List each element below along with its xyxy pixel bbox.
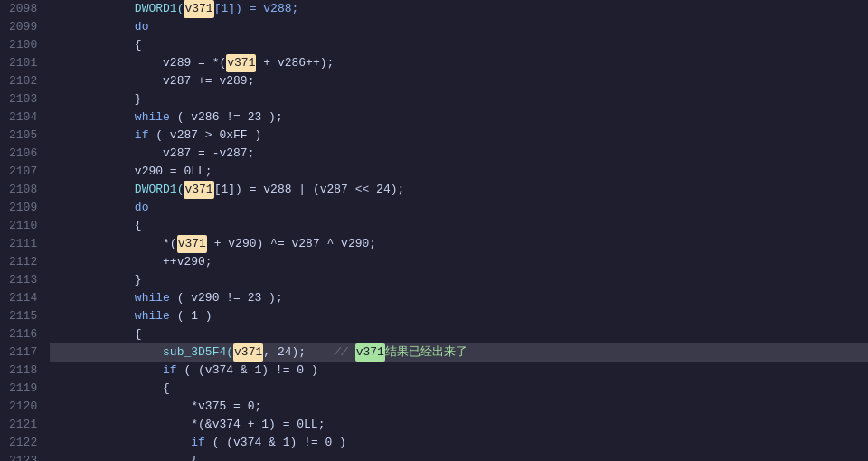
spacer <box>306 343 334 362</box>
code-token: v289 = *( <box>163 54 226 72</box>
line-number: 2099 <box>9 18 37 36</box>
line-number: 2108 <box>9 181 37 199</box>
line-number: 2101 <box>9 54 37 72</box>
function-call: sub_3D5F4( <box>163 343 233 362</box>
code-line: ++v290; <box>50 253 868 271</box>
function-call: DWORD1( <box>135 0 184 18</box>
code-token: *(&v374 + 1) = 0LL; <box>191 416 325 434</box>
line-number: 2112 <box>9 253 37 271</box>
highlighted-variable: v371 <box>233 343 263 362</box>
code-token: ++v290; <box>163 253 212 271</box>
code-token: [1]) = v288 | (v287 << 24); <box>214 181 405 199</box>
code-token: *v375 = 0; <box>191 398 261 416</box>
line-number: 2103 <box>9 90 37 108</box>
line-number: 2114 <box>9 289 37 307</box>
line-number: 2098 <box>9 0 37 18</box>
keyword: do <box>135 18 149 36</box>
highlighted-variable: v371 <box>184 181 213 199</box>
code-line: v290 = 0LL; <box>50 163 868 181</box>
line-number: 2117 <box>9 343 37 362</box>
code-token: } <box>135 271 142 289</box>
code-token: *( <box>163 235 177 253</box>
code-content: DWORD1(v371[1]) = v288; do { v289 = *(v3… <box>46 0 868 461</box>
line-number: 2122 <box>9 434 37 452</box>
line-number: 2123 <box>9 452 37 461</box>
line-numbers: 2098209921002101210221032104210521062107… <box>0 0 46 461</box>
code-line: { <box>50 36 868 54</box>
code-token: ( v286 != 23 ); <box>170 108 283 127</box>
line-number: 2113 <box>9 271 37 289</box>
code-line: v289 = *(v371 + v286++); <box>50 54 868 72</box>
code-line: v287 += v289; <box>50 72 868 90</box>
code-token: v290 = 0LL; <box>135 163 212 181</box>
keyword: while <box>135 289 170 307</box>
code-token: { <box>163 380 170 398</box>
code-line: } <box>50 271 868 289</box>
code-token: { <box>135 325 142 343</box>
line-number: 2107 <box>9 163 37 181</box>
keyword: if <box>191 434 205 452</box>
line-number: 2115 <box>9 307 37 325</box>
code-line: do <box>50 18 868 36</box>
code-line: *(&v374 + 1) = 0LL; <box>50 416 868 434</box>
code-viewer: 2098209921002101210221032104210521062107… <box>0 0 868 461</box>
code-token: { <box>191 452 198 461</box>
code-token: { <box>135 217 142 235</box>
keyword: while <box>135 307 170 325</box>
code-line: DWORD1(v371[1]) = v288 | (v287 << 24); <box>50 181 868 199</box>
code-line: } <box>50 90 868 108</box>
line-number: 2121 <box>9 416 37 434</box>
keyword: while <box>135 108 170 127</box>
code-line: if ( v287 > 0xFF ) <box>50 127 868 145</box>
keyword: do <box>135 199 149 217</box>
line-number: 2106 <box>9 145 37 163</box>
code-line: while ( 1 ) <box>50 307 868 325</box>
line-number: 2116 <box>9 325 37 343</box>
code-token: ( v290 != 23 ); <box>170 289 283 307</box>
code-token: ( v287 > 0xFF ) <box>148 127 261 145</box>
highlighted-variable: v371 <box>184 0 213 18</box>
code-line: { <box>50 217 868 235</box>
code-line: sub_3D5F4(v371, 24); // v371结果已经出来了 <box>50 343 868 362</box>
comment: // <box>334 343 354 362</box>
line-number: 2100 <box>9 36 37 54</box>
line-number: 2109 <box>9 199 37 217</box>
code-token: } <box>135 90 142 108</box>
code-line: *(v371 + v290) ^= v287 ^ v290; <box>50 235 868 253</box>
code-token: v287 += v289; <box>163 72 254 90</box>
code-line: if ( (v374 & 1) != 0 ) <box>50 434 868 452</box>
code-line: while ( v290 != 23 ); <box>50 289 868 307</box>
code-line: { <box>50 325 868 343</box>
code-line: do <box>50 199 868 217</box>
code-token: ( (v374 & 1) != 0 ) <box>205 434 346 452</box>
highlighted-variable-green: v371 <box>355 343 385 362</box>
highlighted-variable: v371 <box>177 235 207 253</box>
line-number: 2118 <box>9 362 37 380</box>
line-number: 2105 <box>9 127 37 145</box>
line-number: 2120 <box>9 398 37 416</box>
keyword: if <box>163 362 177 380</box>
code-line: *v375 = 0; <box>50 398 868 416</box>
code-line: { <box>50 452 868 461</box>
code-token: ( 1 ) <box>170 307 212 325</box>
line-number: 2104 <box>9 108 37 127</box>
code-line: DWORD1(v371[1]) = v288; <box>50 0 868 18</box>
highlighted-variable: v371 <box>226 54 256 72</box>
code-line: v287 = -v287; <box>50 145 868 163</box>
code-token: v287 = -v287; <box>163 145 254 163</box>
keyword: [1]) = v288; <box>214 0 299 18</box>
code-line: if ( (v374 & 1) != 0 ) <box>50 362 868 380</box>
code-line: { <box>50 380 868 398</box>
comment-text: 结果已经出来了 <box>385 343 467 362</box>
line-number: 2111 <box>9 235 37 253</box>
code-line: while ( v286 != 23 ); <box>50 108 868 127</box>
code-token: + v286++); <box>256 54 334 72</box>
code-token: ( (v374 & 1) != 0 ) <box>177 362 318 380</box>
line-number: 2102 <box>9 72 37 90</box>
code-token: { <box>135 36 142 54</box>
code-token: + v290) ^= v287 ^ v290; <box>207 235 376 253</box>
line-number: 2110 <box>9 217 37 235</box>
keyword: if <box>135 127 149 145</box>
line-number: 2119 <box>9 380 37 398</box>
function-call: DWORD1( <box>135 181 184 199</box>
